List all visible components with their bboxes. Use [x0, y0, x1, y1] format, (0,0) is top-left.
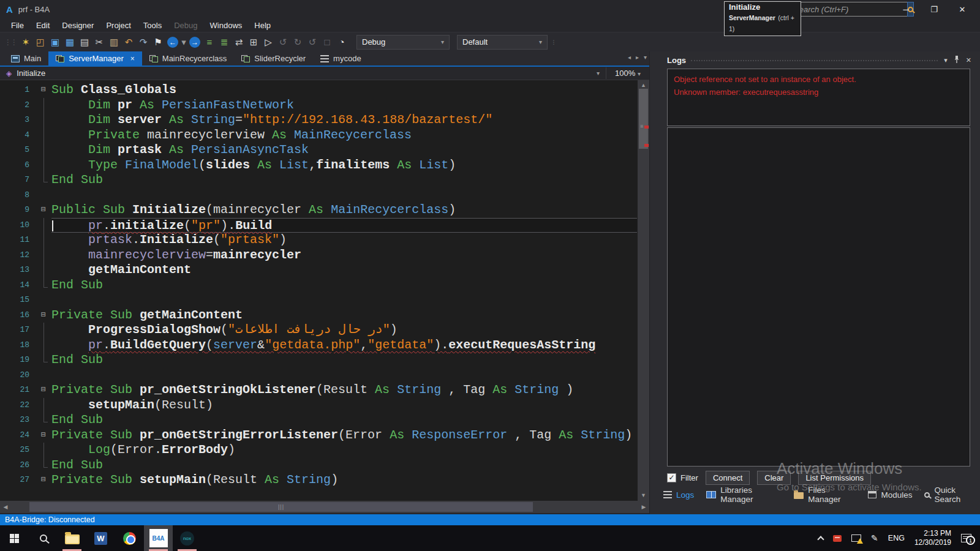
tab-scroll-left-icon[interactable]: ◂ — [628, 54, 631, 61]
navigate-back-icon[interactable]: ← — [165, 35, 180, 50]
save-icon[interactable]: ▣ — [48, 35, 62, 50]
attach-debugger-icon[interactable]: ↺ — [276, 35, 290, 50]
close-button[interactable]: ✕ — [948, 0, 976, 18]
code-line[interactable]: 25 Log(Error.ErrorBody) — [0, 443, 637, 458]
b4a-button[interactable]: B4A — [144, 525, 173, 551]
close-tab-icon[interactable]: × — [130, 54, 135, 63]
menu-windows[interactable]: Windows — [204, 20, 249, 31]
show-hidden-icons-icon[interactable] — [817, 536, 824, 542]
menu-help[interactable]: Help — [248, 20, 277, 31]
code-line[interactable]: 24⊟Private Sub pr_onGetStringErrorListen… — [0, 428, 637, 443]
debug-mode-combobox[interactable]: Debug▾ — [356, 35, 450, 50]
tab-main[interactable]: Main — [4, 51, 48, 66]
code-line[interactable]: 22 setupMain(Result) — [0, 398, 637, 413]
stop-icon[interactable]: □ — [320, 35, 334, 50]
bookmark-icon[interactable]: ⚑ — [151, 35, 165, 50]
maximize-button[interactable]: ❐ — [920, 0, 948, 18]
nox-button[interactable]: nox — [173, 525, 202, 551]
modules-icon[interactable]: ⊞ — [246, 35, 261, 50]
menu-tools[interactable]: Tools — [137, 20, 168, 31]
compile-icon[interactable]: ◔ — [334, 35, 349, 50]
code-line[interactable]: 2 Dim pr As PersianFastNetwork — [0, 98, 637, 113]
word-button[interactable]: W — [86, 525, 115, 551]
code-line[interactable]: 7End Sub — [0, 173, 637, 188]
panel-tab-libraries-manager[interactable]: Libraries Manager — [706, 485, 782, 504]
vertical-scrollbar-thumb[interactable] — [639, 89, 648, 149]
restart-icon[interactable]: ↺ — [305, 35, 320, 50]
scroll-left-icon[interactable]: ◀ — [0, 501, 11, 513]
code-line[interactable]: 13 getMainContent — [0, 263, 637, 278]
code-line[interactable]: 15 — [0, 293, 637, 308]
vertical-scrollbar[interactable]: ▲ ≡ ▼ — [638, 80, 649, 501]
build-config-combobox[interactable]: Default▾ — [457, 35, 548, 50]
fold-collapse-icon[interactable]: ⊟ — [36, 83, 51, 98]
code-line[interactable]: 14End Sub — [0, 278, 637, 293]
fold-collapse-icon[interactable]: ⊟ — [36, 383, 51, 398]
indent-icon[interactable]: ≡ — [202, 35, 217, 50]
taskbar-search-button[interactable] — [29, 525, 58, 551]
scroll-right-icon[interactable]: ▶ — [638, 501, 649, 513]
menu-project[interactable]: Project — [100, 20, 137, 31]
code-editor[interactable]: 1⊟Sub Class_Globals2 Dim pr As PersianFa… — [0, 80, 649, 501]
zoom-level-dropdown[interactable]: 100% ▾ — [606, 67, 646, 79]
code-line[interactable]: 4 Private mainrecyclerview As MainRecyce… — [0, 128, 637, 143]
network-warning-icon[interactable] — [851, 534, 861, 542]
panel-tab-quick-search[interactable]: Quick Search — [924, 485, 980, 504]
code-line[interactable]: 23End Sub — [0, 413, 637, 428]
minimize-button[interactable]: ─ — [892, 0, 920, 18]
menu-file[interactable]: File — [5, 20, 30, 31]
menu-designer[interactable]: Designer — [56, 20, 100, 31]
toolbar-overflow[interactable]: ⁝ — [552, 38, 554, 47]
close-panel-icon[interactable]: ✕ — [966, 56, 971, 64]
horizontal-scrollbar-thumb[interactable]: ||| — [29, 502, 533, 512]
language-indicator[interactable]: ENG — [888, 534, 905, 542]
code-line[interactable]: 16⊟Private Sub getMainContent — [0, 308, 637, 323]
code-line[interactable]: 19End Sub — [0, 353, 637, 368]
quick-jump-popup[interactable]: Initialize ServerManager (ctrl + 1) — [724, 1, 801, 36]
menu-edit[interactable]: Edit — [30, 20, 56, 31]
tab-servermanager[interactable]: ServerManager× — [48, 51, 142, 66]
code-line[interactable]: 5 Dim prtask As PersianAsyncTask — [0, 143, 637, 158]
connect-button[interactable]: Connect — [706, 471, 750, 485]
code-line[interactable]: 8 — [0, 188, 637, 203]
open-project-icon[interactable]: ◰ — [33, 35, 48, 50]
clear-button[interactable]: Clear — [757, 471, 791, 485]
fold-collapse-icon[interactable]: ⊟ — [36, 308, 51, 323]
run-icon[interactable]: ▷ — [261, 35, 276, 50]
code-line[interactable]: 20 — [0, 368, 637, 383]
resume-icon[interactable]: ↻ — [290, 35, 305, 50]
file-explorer-button[interactable] — [58, 525, 86, 551]
log-detail-box[interactable] — [667, 127, 970, 467]
copy-icon[interactable]: ▤ — [77, 35, 92, 50]
code-line[interactable]: 10 pr.initialize("pr").Build — [0, 218, 637, 233]
code-line[interactable]: 21⊟Private Sub pr_onGetStringOkListener(… — [0, 383, 637, 398]
tab-mainrecycerclass[interactable]: MainRecycerclass — [142, 51, 234, 66]
cut-icon[interactable]: ✂ — [92, 35, 107, 50]
panel-tab-files-manager[interactable]: Files Manager — [794, 485, 856, 504]
redo-icon[interactable]: ↷ — [136, 35, 151, 50]
code-line[interactable]: 9⊟Public Sub Initialize(mainrecycler As … — [0, 203, 637, 218]
code-line[interactable]: 18 pr.BuildGetQuery(server&"getdata.php"… — [0, 338, 637, 353]
panel-tab-modules[interactable]: Modules — [868, 490, 912, 500]
chrome-button[interactable] — [115, 525, 144, 551]
list-permissions-button[interactable]: List Permissions — [798, 471, 871, 485]
search-input[interactable] — [789, 2, 907, 17]
code-line[interactable]: 12 mainrecyclerview=mainrecycler — [0, 248, 637, 263]
filter-checkbox[interactable]: ✓ — [667, 473, 676, 482]
pen-settings-icon[interactable]: ✎ — [871, 533, 878, 543]
anydesk-tray-icon[interactable] — [833, 535, 842, 542]
code-line[interactable]: 1⊟Sub Class_Globals — [0, 83, 637, 98]
log-output-box[interactable]: Object reference not set to an instance … — [667, 69, 970, 126]
paste-icon[interactable]: ▥ — [107, 35, 121, 50]
clock[interactable]: 2:13 PM 12/30/2019 — [914, 529, 951, 547]
fold-collapse-icon[interactable]: ⊟ — [36, 473, 51, 488]
start-button[interactable] — [0, 525, 29, 551]
chevron-down-icon[interactable]: ▾ — [944, 56, 948, 64]
chevron-down-icon[interactable]: ▾ — [590, 70, 606, 77]
tab-mycode[interactable]: mycode — [313, 51, 369, 66]
designer-icon[interactable]: ⇄ — [232, 35, 246, 50]
pin-icon[interactable] — [954, 56, 960, 64]
back-caret-icon[interactable]: ▾ — [180, 35, 187, 50]
code-line[interactable]: 27⊟Private Sub setupMain(Result As Strin… — [0, 473, 637, 488]
code-line[interactable]: 6 Type FinalModel(slides As List,finalit… — [0, 158, 637, 173]
